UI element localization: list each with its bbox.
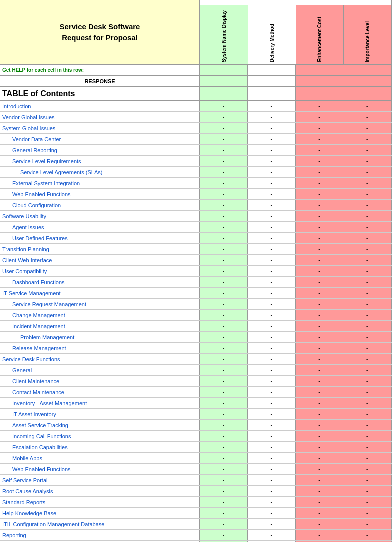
row-label-text[interactable]: Contact Maintenance xyxy=(2,390,64,396)
row-data-cell-0: - xyxy=(200,420,248,430)
row-label-text[interactable]: Agent Issues xyxy=(2,224,44,230)
row-label-text[interactable]: Service Request Management xyxy=(2,302,86,308)
row-label-text[interactable]: Mobile Apps xyxy=(2,456,42,462)
row-data-cell-1: - xyxy=(248,200,296,210)
table-row: Inventory - Asset Management---- xyxy=(0,398,392,409)
row-label-text[interactable]: Incident Management xyxy=(2,324,66,330)
table-row: Incident Management---- xyxy=(0,321,392,332)
row-label-cell: Client Web Interface xyxy=(0,255,200,266)
row-data-cell-3: - xyxy=(344,310,392,320)
row-data-cell-2: - xyxy=(296,244,344,254)
row-label-text[interactable]: Client Maintenance xyxy=(2,378,60,384)
row-label-text[interactable]: Service Level Requirements xyxy=(2,158,82,164)
row-data-cell-2: - xyxy=(296,178,344,188)
row-data-cell-3: - xyxy=(344,409,392,420)
row-data-cell-3: - xyxy=(344,530,392,540)
row-label-text[interactable]: Client Web Interface xyxy=(2,258,52,264)
table-row: General Reporting---- xyxy=(0,145,392,156)
row-label-cell: Change Management xyxy=(0,310,200,320)
row-label-text[interactable]: System Global Issues xyxy=(2,126,56,132)
row-label-text[interactable]: User Compatibility xyxy=(2,268,47,274)
table-row: Reporting---- xyxy=(0,530,392,541)
row-data-cell-3: - xyxy=(344,134,392,144)
row-label-text[interactable]: ITIL Configuration Management Database xyxy=(2,522,104,528)
row-label-text[interactable]: IT Service Management xyxy=(2,290,61,296)
table-row: Root Cause Analysis---- xyxy=(0,486,392,497)
row-label-text[interactable]: General Reporting xyxy=(2,148,58,154)
header-section: Service Desk Software Request for Propos… xyxy=(0,0,392,65)
row-data-cell-2: - xyxy=(296,266,344,276)
row-data-cell-3: - xyxy=(344,376,392,386)
row-data-cell-2: - xyxy=(296,255,344,266)
row-label-text[interactable]: Release Management xyxy=(2,346,66,352)
row-data-cell-0: - xyxy=(200,519,248,530)
table-row: Web Enabled Functions---- xyxy=(0,189,392,200)
row-label-text[interactable]: IT Asset Inventory xyxy=(2,412,56,418)
row-label-text[interactable]: Dashboard Functions xyxy=(2,280,65,286)
toc-title-data-cell-1 xyxy=(248,87,296,100)
row-data-cell-2: - xyxy=(296,442,344,452)
row-label-cell: Incident Management xyxy=(0,321,200,332)
table-row: Standard Reports---- xyxy=(0,497,392,508)
row-label-cell: Vendor Global Issues xyxy=(0,112,200,122)
row-label-text[interactable]: Asset Service Tracking xyxy=(2,422,68,428)
response-data-cell-3 xyxy=(344,76,392,86)
row-label-text[interactable]: Web Enabled Functions xyxy=(2,192,71,198)
row-data-cell-1: - xyxy=(248,222,296,232)
row-data-cell-0: - xyxy=(200,475,248,486)
row-data-cell-0: - xyxy=(200,486,248,496)
toc-title-data-cell-3 xyxy=(344,87,392,100)
table-row: Vendor Data Center---- xyxy=(0,134,392,145)
row-label-text[interactable]: User Defined Features xyxy=(2,236,68,242)
row-label-cell: Service Desk Functions xyxy=(0,354,200,364)
row-label-text[interactable]: Problem Management xyxy=(2,334,74,340)
row-data-cell-0: - xyxy=(200,530,248,540)
page-title: Service Desk Software Request for Propos… xyxy=(60,22,140,44)
row-label-text[interactable]: Service Desk Functions xyxy=(2,356,60,362)
row-label-text[interactable]: Vendor Global Issues xyxy=(2,114,55,120)
row-label-text[interactable]: Root Cause Analysis xyxy=(2,488,54,494)
response-label-cell: RESPONSE xyxy=(0,76,200,86)
row-data-cell-1: - xyxy=(248,453,296,464)
row-label-cell: Mobile Apps xyxy=(0,453,200,464)
row-data-cell-2: - xyxy=(296,453,344,464)
row-data-cell-3: - xyxy=(344,211,392,222)
table-row: Mobile Apps---- xyxy=(0,453,392,464)
rows-container: Introduction----Vendor Global Issues----… xyxy=(0,101,392,542)
table-row: Dashboard Functions---- xyxy=(0,277,392,288)
row-label-text[interactable]: Service Level Agreements (SLAs) xyxy=(2,170,102,176)
row-label-text[interactable]: Inventory - Asset Management xyxy=(2,400,87,406)
row-data-cell-0: - xyxy=(200,156,248,166)
row-label-text[interactable]: Change Management xyxy=(2,312,66,318)
row-label-text[interactable]: Help Knowledge Base xyxy=(2,510,56,516)
row-label-text[interactable]: Incoming Call Functions xyxy=(2,434,71,440)
row-label-text[interactable]: Standard Reports xyxy=(2,500,46,506)
row-label-text[interactable]: Introduction xyxy=(2,104,31,110)
row-label-text[interactable]: Web Enabled Functions xyxy=(2,466,71,472)
row-data-cell-3: - xyxy=(344,244,392,254)
row-label-text[interactable]: Cloud Configuration xyxy=(2,202,61,208)
row-data-cell-2: - xyxy=(296,112,344,122)
row-label-text[interactable]: Escalation Capabilities xyxy=(2,444,68,450)
row-data-cell-2: - xyxy=(296,321,344,332)
row-data-cell-2: - xyxy=(296,530,344,540)
row-data-cell-1: - xyxy=(248,398,296,408)
row-label-text[interactable]: Software Usability xyxy=(2,214,46,220)
row-data-cell-3: - xyxy=(344,222,392,232)
row-data-cell-0: - xyxy=(200,244,248,254)
row-label-text[interactable]: Reporting xyxy=(2,532,26,538)
row-label-text[interactable]: Transition Planning xyxy=(2,246,50,252)
help-row: Get HELP for each cell in this row: xyxy=(0,65,392,76)
table-row: Transition Planning---- xyxy=(0,244,392,255)
row-label-text[interactable]: Self Service Portal xyxy=(2,478,48,484)
table-row: User Compatibility---- xyxy=(0,266,392,277)
row-label-text[interactable]: General xyxy=(2,368,32,374)
row-data-cell-0: - xyxy=(200,288,248,298)
row-data-cell-3: - xyxy=(344,112,392,122)
row-label-cell: Root Cause Analysis xyxy=(0,486,200,496)
row-data-cell-0: - xyxy=(200,365,248,376)
help-label-text: Get HELP for each cell in this row: xyxy=(2,68,84,73)
row-label-text[interactable]: External System Integration xyxy=(2,180,80,186)
table-row: External System Integration---- xyxy=(0,178,392,189)
row-label-text[interactable]: Vendor Data Center xyxy=(2,136,61,142)
